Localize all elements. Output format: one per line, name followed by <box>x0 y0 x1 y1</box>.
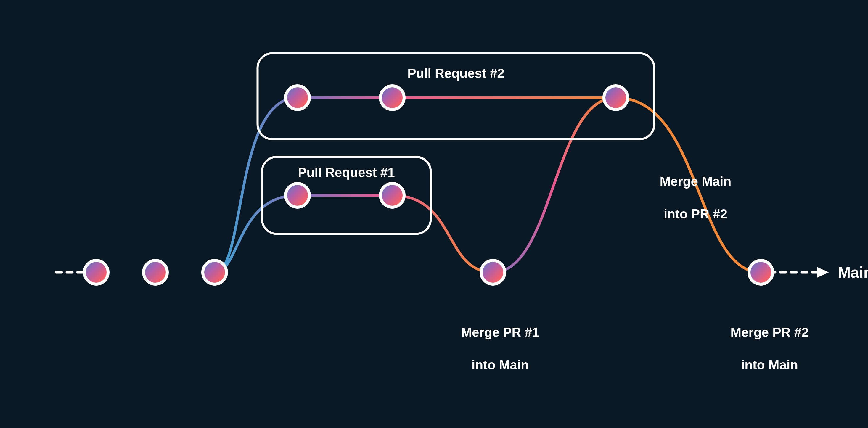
merge-pr2-into-main-line2: into Main <box>741 358 798 372</box>
commit-node <box>380 86 404 110</box>
commit-node <box>749 261 773 284</box>
commit-node <box>144 261 167 284</box>
merge-pr1-into-main-line1: Merge PR #1 <box>461 325 539 339</box>
main-branch-label: Main <box>838 263 868 282</box>
main-arrowhead <box>817 267 829 278</box>
merge-main-into-pr2-line1: Merge Main <box>659 174 731 188</box>
merge-pr1-into-main-label: Merge PR #1 into Main <box>441 308 545 389</box>
commit-node <box>286 86 309 110</box>
merge-main-into-pr2-line2: into PR #2 <box>664 207 727 221</box>
commit-node <box>604 86 628 110</box>
pr2-title: Pull Request #2 <box>338 65 574 82</box>
pr1-title: Pull Request #1 <box>281 164 411 181</box>
merge-pr1-into-main-line2: into Main <box>472 358 529 372</box>
commit-node <box>84 261 108 284</box>
merge-main-into-pr2-label: Merge Main into PR #2 <box>637 157 740 238</box>
merge-pr2-into-main-line1: Merge PR #2 <box>730 325 808 339</box>
merge-main-into-pr2-path <box>493 98 616 272</box>
commit-node <box>380 184 404 207</box>
merge-pr2-into-main-label: Merge PR #2 into Main <box>711 308 814 389</box>
pr2-branch-up-path <box>215 98 616 272</box>
commit-node <box>203 261 226 284</box>
commit-node <box>286 184 309 207</box>
commit-node <box>481 261 505 284</box>
diagram-canvas: Main Pull Request #1 Pull Request #2 Mer… <box>0 0 868 428</box>
